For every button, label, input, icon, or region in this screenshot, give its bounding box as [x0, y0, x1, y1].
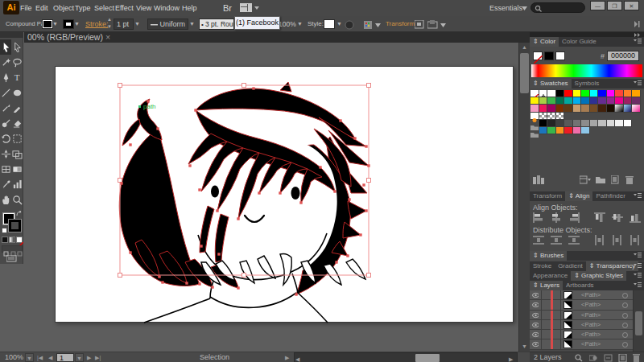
- artboard-nav-dropdown-icon[interactable]: ▼: [75, 353, 84, 362]
- distribute-icon-0[interactable]: [533, 235, 544, 245]
- layers-tab-artboards[interactable]: Artboards: [563, 281, 597, 290]
- tab-close-icon[interactable]: ×: [105, 32, 110, 42]
- align-icon-3[interactable]: [594, 212, 605, 223]
- swatch-cell[interactable]: [590, 120, 599, 127]
- transparency-tab-stroke[interactable]: Stroke: [530, 261, 555, 271]
- path-anchor[interactable]: [237, 217, 239, 220]
- layer-name[interactable]: <Path>: [581, 330, 601, 339]
- swatches-tab-symbols[interactable]: Symbols: [572, 79, 603, 88]
- new-swatch-icon[interactable]: [611, 175, 620, 184]
- align-menu-icon[interactable]: [634, 193, 642, 200]
- vscroll-up-icon[interactable]: ▲: [519, 43, 530, 51]
- tool-blob-brush[interactable]: [0, 116, 11, 131]
- path-anchor[interactable]: [333, 190, 336, 192]
- opacity-value[interactable]: 100%: [279, 16, 296, 32]
- swatch-cell[interactable]: [581, 120, 590, 127]
- artboard-nav-field[interactable]: 1: [56, 353, 74, 362]
- swatch-cell[interactable]: [556, 120, 565, 127]
- swatch-cell[interactable]: [556, 97, 565, 105]
- tool-selection[interactable]: [0, 39, 11, 55]
- tool-gradient[interactable]: [11, 162, 23, 177]
- layer-name[interactable]: <Path>: [581, 300, 601, 310]
- isolate-icon[interactable]: [427, 20, 447, 30]
- tool-mesh[interactable]: [0, 162, 11, 177]
- swatch-cell[interactable]: [581, 90, 590, 97]
- black-swatch[interactable]: [544, 51, 554, 60]
- tool-type[interactable]: T: [11, 70, 23, 85]
- bbox-handle[interactable]: [367, 274, 371, 278]
- path-anchor[interactable]: [211, 286, 213, 288]
- hscroll-right-icon[interactable]: ▶: [509, 355, 513, 362]
- path-anchor[interactable]: [158, 275, 160, 278]
- status-menu-icon[interactable]: ▶: [285, 353, 289, 362]
- swatch-cell[interactable]: [539, 127, 548, 134]
- close-button[interactable]: ✕: [624, 1, 639, 10]
- swatch-cell[interactable]: [615, 105, 624, 112]
- new-color-group-icon[interactable]: [596, 175, 606, 184]
- locate-object-icon[interactable]: [575, 354, 583, 362]
- menu-help[interactable]: Help: [182, 0, 197, 16]
- swatch-cell[interactable]: [539, 105, 548, 112]
- layer-visibility-icon[interactable]: [532, 331, 539, 338]
- swatch-libraries-icon[interactable]: [533, 175, 546, 184]
- swatch-cell[interactable]: [530, 90, 539, 97]
- swatch-cell[interactable]: [556, 105, 565, 112]
- path-anchor[interactable]: [295, 293, 297, 295]
- transform-link[interactable]: Transform: [386, 16, 415, 32]
- swatch-cell[interactable]: [590, 90, 599, 97]
- layer-visibility-icon[interactable]: [532, 341, 539, 348]
- swatch-cell[interactable]: [564, 127, 573, 134]
- swatch-cell[interactable]: [624, 105, 633, 112]
- path-anchor[interactable]: [194, 109, 196, 111]
- path-anchor[interactable]: [129, 143, 131, 146]
- path-anchor[interactable]: [120, 182, 122, 184]
- swatch-cell[interactable]: [573, 120, 582, 127]
- swatch-cell[interactable]: [556, 113, 565, 120]
- path-anchor[interactable]: [258, 191, 260, 194]
- canvas-hscrollbar[interactable]: ◀ ▶: [294, 352, 518, 362]
- swatch-cell[interactable]: [607, 105, 616, 112]
- swatch-cell[interactable]: [598, 120, 607, 127]
- menu-object[interactable]: Object: [53, 0, 74, 16]
- tool-pen[interactable]: [0, 70, 11, 85]
- swatch-cell[interactable]: [607, 120, 616, 127]
- style-swatch[interactable]: [324, 19, 335, 29]
- tool-direct-selection[interactable]: [11, 39, 23, 55]
- swatch-cell[interactable]: [564, 120, 573, 127]
- tool-zoom[interactable]: [11, 192, 23, 208]
- gradient-mode-button[interactable]: [9, 237, 15, 243]
- document-tab[interactable]: 00% (RGB/Preview) ×: [27, 32, 110, 43]
- align-glyph-icon[interactable]: [415, 20, 424, 29]
- path-anchor[interactable]: [348, 198, 350, 200]
- swatch-cell[interactable]: [632, 90, 641, 97]
- color-tab-color[interactable]: ⇕ Color: [530, 37, 559, 47]
- swatches-tab-swatches[interactable]: ⇕ Swatches: [530, 79, 572, 88]
- menu-file[interactable]: File: [20, 0, 32, 16]
- panel-collapse-icon[interactable]: [634, 21, 641, 27]
- swatch-cell[interactable]: [632, 97, 641, 105]
- default-colors-icon[interactable]: [2, 228, 7, 233]
- menu-type[interactable]: Type: [75, 0, 91, 16]
- recolor-artwork-icon[interactable]: [364, 20, 382, 30]
- layer-thumbnail[interactable]: [564, 301, 572, 309]
- layer-target-icon[interactable]: [622, 323, 628, 328]
- layer-target-icon[interactable]: [622, 332, 628, 338]
- toolbar-grip[interactable]: [0, 32, 23, 38]
- bbox-handle[interactable]: [242, 274, 246, 278]
- minimize-button[interactable]: —: [590, 1, 605, 10]
- tool-lasso[interactable]: [11, 55, 23, 70]
- swatch-cell[interactable]: [547, 113, 556, 120]
- tool-graph[interactable]: [11, 177, 23, 192]
- transparency-tab-gradient[interactable]: Gradient: [555, 261, 586, 271]
- swatch-cell[interactable]: [530, 120, 539, 127]
- path-anchor[interactable]: [252, 87, 254, 89]
- tool-magic-wand[interactable]: [0, 55, 11, 70]
- swatch-cell[interactable]: [598, 97, 607, 105]
- layer-target-icon[interactable]: [622, 302, 628, 308]
- menu-window[interactable]: Window: [154, 0, 180, 16]
- delete-layer-icon[interactable]: [633, 354, 640, 362]
- distribute-icon-4[interactable]: [612, 235, 623, 245]
- layers-tab-layers[interactable]: ⇕ Layers: [530, 281, 563, 290]
- bbox-handle[interactable]: [118, 274, 122, 278]
- tool-ellipse[interactable]: [11, 85, 23, 101]
